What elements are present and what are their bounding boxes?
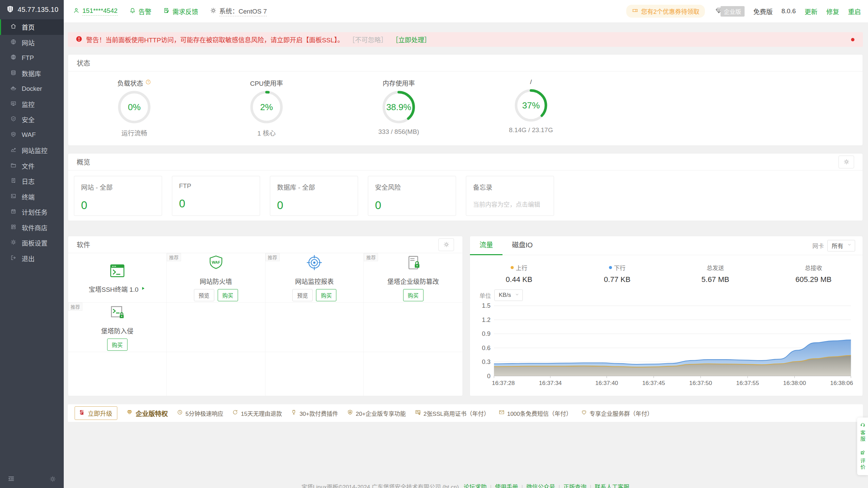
- promo-item[interactable]: 2张SSL商用证书（年付）: [415, 409, 490, 418]
- settings-icon: [10, 239, 17, 247]
- svg-text:0.6: 0.6: [482, 344, 490, 351]
- software-item[interactable]: 宝塔SSH终端 1.0: [68, 253, 167, 303]
- play-icon[interactable]: [140, 285, 146, 293]
- float-feedback-button[interactable]: 评价: [859, 450, 866, 470]
- overview-card-memo[interactable]: 备忘录当前内容为空，点击编辑: [466, 176, 554, 216]
- help-icon[interactable]: ?: [145, 79, 151, 87]
- warning-red-dot: [851, 38, 854, 41]
- edit-icon: [860, 450, 866, 457]
- footer-link-2[interactable]: 微信公众号: [526, 484, 555, 488]
- tab-disk-io[interactable]: 磁盘IO: [502, 236, 542, 255]
- overview-card-sites[interactable]: 网站 - 全部0: [74, 176, 162, 216]
- warning-ignore-label: ［不可忽略］: [349, 35, 387, 44]
- status-panel-title: 状态: [68, 55, 863, 72]
- software-item[interactable]: 推荐堡塔企业级防篡改购买: [364, 253, 462, 303]
- footer-link-0[interactable]: 论坛求助: [463, 484, 487, 488]
- footer-link-3[interactable]: 正版查询: [564, 484, 587, 488]
- alarm-link[interactable]: 告警: [129, 7, 152, 16]
- sidebar-item-sites[interactable]: 网站: [0, 35, 64, 50]
- software-item[interactable]: 推荐网站监控报表预览购买: [265, 253, 364, 303]
- nic-select[interactable]: 所有: [827, 240, 855, 251]
- overview-card-ftp[interactable]: FTP0: [172, 176, 260, 216]
- footer-link-1[interactable]: 使用手册: [495, 484, 518, 488]
- sidebar-item-cron[interactable]: 计划任务: [0, 204, 64, 220]
- promo-item[interactable]: 专享企业服务群（年付）: [581, 409, 653, 418]
- waf-shield-icon: WAF: [207, 254, 225, 273]
- sidebar-item-label: 软件商店: [22, 223, 47, 232]
- account-label: 151****4542: [82, 7, 118, 16]
- system-info[interactable]: 系统：CentOS 7: [210, 6, 267, 16]
- gauge-load[interactable]: 负载状态? 0% 运行流畅: [68, 78, 200, 137]
- sidebar-item-security[interactable]: 安全: [0, 112, 64, 127]
- overview-card-risk[interactable]: 安全风险0: [368, 176, 456, 216]
- promo-item[interactable]: 1000条免费短信（年付）: [498, 409, 572, 418]
- svg-text:0%: 0%: [128, 102, 141, 112]
- tab-traffic[interactable]: 流量: [470, 236, 502, 255]
- memo-placeholder[interactable]: 当前内容为空，点击编辑: [473, 200, 547, 208]
- sidebar-item-database[interactable]: 数据库: [0, 66, 64, 81]
- coupon-label: 您有2个优惠券待领取: [641, 7, 699, 16]
- overview-settings-button[interactable]: [839, 156, 854, 168]
- promo-bar: 立即升级 企业版特权 5分钟极速响应15天无理由退款30+款付费插件20+企业版…: [68, 404, 863, 422]
- buy-button[interactable]: 购买: [316, 289, 336, 301]
- warning-text: 警告！当前面板使用HTTP访问，可能存在被窃取敏感信息风险，请立即开启【面板SS…: [86, 35, 344, 44]
- sidebar-item-monitor[interactable]: 监控: [0, 97, 64, 112]
- cron-icon: [10, 208, 17, 216]
- promo-item[interactable]: 15天无理由退款: [232, 409, 282, 418]
- sidebar: 45.77.135.10 0 首页网站FTP数据库Docker监控安全WAF网站…: [0, 0, 64, 488]
- ftp-icon: [10, 54, 17, 62]
- sidebar-settings-gear-icon[interactable]: [49, 475, 56, 484]
- collapse-sidebar-icon[interactable]: [7, 475, 15, 484]
- software-item[interactable]: 推荐堡塔防入侵购买: [68, 303, 167, 352]
- coupon-banner[interactable]: 您有2个优惠券待领取: [626, 5, 705, 18]
- sidebar-item-files[interactable]: 文件: [0, 158, 64, 174]
- sidebar-item-label: FTP: [22, 54, 34, 62]
- warning-action-link[interactable]: ［立即处理］: [392, 35, 431, 44]
- software-item[interactable]: 推荐WAF网站防火墙预览购买: [167, 253, 265, 303]
- gauge-disk[interactable]: / 37% 8.14G / 23.17G: [465, 78, 597, 137]
- promo-item[interactable]: 5分钟极速响应: [177, 409, 223, 418]
- sidebar-item-logout[interactable]: 退出: [0, 251, 64, 266]
- repair-link[interactable]: 修复: [826, 7, 839, 16]
- feedback-link[interactable]: 需求反馈: [163, 7, 198, 16]
- sidebar-item-home[interactable]: 首页: [0, 19, 64, 35]
- sidebar-item-panel-settings[interactable]: 面板设置: [0, 235, 64, 251]
- account-link[interactable]: 151****4542: [73, 7, 118, 16]
- sidebar-item-terminal[interactable]: 终端: [0, 189, 64, 205]
- sidebar-item-docker[interactable]: Docker: [0, 81, 64, 97]
- sidebar-item-waf[interactable]: WAF: [0, 127, 64, 143]
- preview-button[interactable]: 预览: [194, 289, 214, 301]
- logo-shield-icon: [6, 5, 14, 15]
- plan-indicator[interactable]: 企业版: [715, 6, 745, 17]
- gauge-memory[interactable]: 内存使用率 38.9% 333 / 856(MB): [333, 78, 465, 137]
- overview-card-database[interactable]: 数据库 - 全部0: [270, 176, 358, 216]
- float-support-button[interactable]: 客服: [859, 422, 866, 442]
- gauge-title: 负载状态?: [68, 78, 200, 87]
- software-settings-button[interactable]: [438, 238, 454, 251]
- ssl-cert-icon: [415, 409, 421, 417]
- sidebar-item-site-monitor[interactable]: 网站监控: [0, 143, 64, 158]
- promo-item[interactable]: 30+款付费插件: [291, 409, 338, 418]
- overview-panel: 概览 网站 - 全部0FTP0数据库 - 全部0安全风险0备忘录当前内容为空，点…: [68, 153, 863, 221]
- sidebar-item-logs[interactable]: 日志: [0, 174, 64, 189]
- card-title: FTP: [179, 182, 253, 190]
- buy-button[interactable]: 购买: [107, 339, 127, 351]
- buy-button[interactable]: 购买: [403, 289, 423, 301]
- sidebar-item-appstore[interactable]: 软件商店: [0, 220, 64, 236]
- buy-button[interactable]: 购买: [218, 289, 238, 301]
- chevron-down-icon: [847, 242, 852, 249]
- preview-button[interactable]: 预览: [292, 289, 313, 301]
- server-lock-icon: [405, 254, 422, 273]
- sidebar-item-ftp[interactable]: FTP: [0, 50, 64, 66]
- svg-text:2%: 2%: [260, 102, 273, 112]
- promo-item[interactable]: 20+企业版专享功能: [347, 409, 406, 418]
- footer-link-4[interactable]: 联系人工客服: [595, 484, 629, 488]
- unit-select[interactable]: KB/s: [494, 289, 523, 301]
- restart-link[interactable]: 重启: [848, 7, 861, 16]
- enterprise-badge[interactable]: 企业版: [721, 6, 745, 17]
- traffic-stat-down: 下行 0.77 KB: [568, 263, 667, 284]
- upgrade-button[interactable]: 立即升级: [75, 406, 117, 420]
- gauge-cpu[interactable]: CPU使用率 2% 1 核心: [200, 78, 333, 137]
- update-link[interactable]: 更新: [805, 7, 817, 16]
- footer-links: 论坛求助|使用手册|微信公众号|正版查询|联系人工客服: [460, 484, 629, 488]
